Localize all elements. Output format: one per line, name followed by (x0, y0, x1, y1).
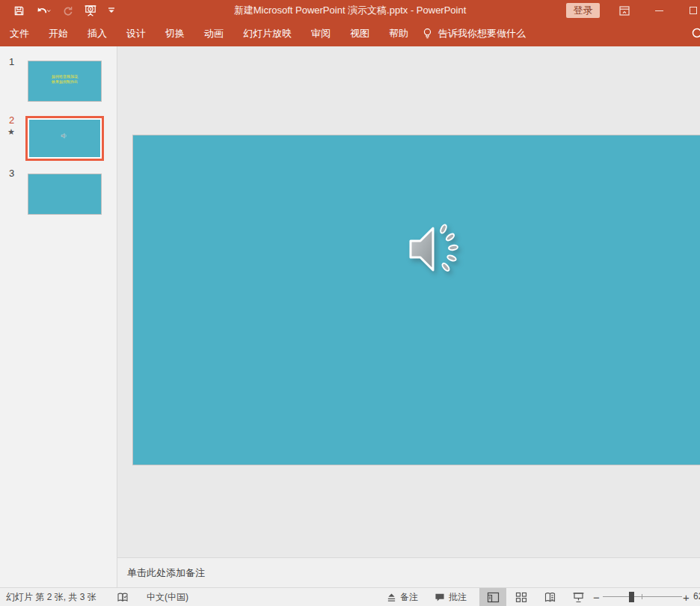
view-normal-button[interactable] (479, 588, 506, 606)
powerpoint-window: 新建Microsoft PowerPoint 演示文稿.pptx - Power… (0, 0, 700, 606)
maximize-icon (690, 7, 697, 14)
search-icon[interactable] (691, 27, 700, 44)
tab-animations[interactable]: 动画 (194, 21, 233, 46)
tab-view[interactable]: 视图 (340, 21, 379, 46)
tab-insert[interactable]: 插入 (78, 21, 117, 46)
slide-1-thumbnail[interactable]: 如何给音频加花 效果如何制作出 (28, 61, 102, 102)
tab-home[interactable]: 开始 (39, 21, 78, 46)
tab-slideshow[interactable]: 幻灯片放映 (233, 21, 301, 46)
comments-icon (435, 593, 445, 602)
slide-2-number: 2 (9, 114, 14, 126)
notes-placeholder: 单击此处添加备注 (127, 566, 205, 580)
tab-design[interactable]: 设计 (117, 21, 156, 46)
spell-check-icon[interactable] (117, 588, 129, 606)
zoom-in-button[interactable]: + (683, 588, 690, 606)
notes-icon (387, 593, 396, 602)
lightbulb-icon (423, 28, 432, 40)
ribbon-display-options-button[interactable] (613, 0, 636, 21)
comments-toggle[interactable]: 批注 (435, 588, 467, 606)
slide-1-number: 1 (9, 56, 14, 67)
title-bar: 新建Microsoft PowerPoint 演示文稿.pptx - Power… (0, 0, 700, 21)
audio-speaker-icon[interactable] (405, 219, 470, 282)
ribbon-tab-row: 文件 开始 插入 设计 切换 动画 幻灯片放映 审阅 视图 帮助 告诉我你想要做… (0, 21, 700, 46)
slide-counter[interactable]: 幻灯片 第 2 张, 共 3 张 (6, 588, 96, 606)
slide-thumbnail-panel[interactable]: 1 如何给音频加花 效果如何制作出 2 ★ 3 (0, 46, 117, 587)
tab-help[interactable]: 帮助 (379, 21, 418, 46)
zoom-out-button[interactable]: − (593, 588, 600, 606)
tab-transitions[interactable]: 切换 (156, 21, 194, 46)
maximize-button[interactable] (682, 0, 700, 21)
animation-star-icon: ★ (7, 127, 15, 137)
mini-audio-icon (61, 129, 67, 142)
view-slideshow-button[interactable] (565, 588, 592, 606)
view-reading-button[interactable] (536, 588, 563, 606)
notes-pane[interactable]: 单击此处添加备注 (117, 557, 700, 587)
notes-toggle[interactable]: 备注 (387, 588, 418, 606)
tell-me-label: 告诉我你想要做什么 (438, 27, 526, 40)
zoom-slider-center-tick (642, 594, 642, 599)
slide-canvas[interactable] (132, 135, 700, 465)
slide-3-number: 3 (9, 168, 14, 179)
tab-file[interactable]: 文件 (0, 21, 39, 46)
minimize-button[interactable] (648, 0, 670, 21)
slide-2-thumbnail-selected[interactable] (25, 116, 104, 161)
slide-3-thumbnail[interactable] (28, 174, 102, 215)
view-slide-sorter-button[interactable] (508, 588, 535, 606)
tell-me-box[interactable]: 告诉我你想要做什么 (423, 27, 526, 40)
minimize-icon (655, 10, 663, 11)
tab-review[interactable]: 审阅 (301, 21, 340, 46)
sign-in-button[interactable]: 登录 (566, 3, 600, 18)
zoom-slider-track[interactable] (603, 596, 682, 597)
zoom-slider-handle[interactable] (629, 592, 634, 602)
workspace: 1 如何给音频加花 效果如何制作出 2 ★ 3 (0, 46, 700, 587)
zoom-percentage[interactable]: 62% (693, 591, 700, 602)
status-bar: 幻灯片 第 2 张, 共 3 张 中文(中国) 备注 批注 (0, 587, 700, 606)
language-indicator[interactable]: 中文(中国) (147, 588, 188, 606)
slide-1-title-text: 如何给音频加花 效果如何制作出 (28, 74, 101, 85)
